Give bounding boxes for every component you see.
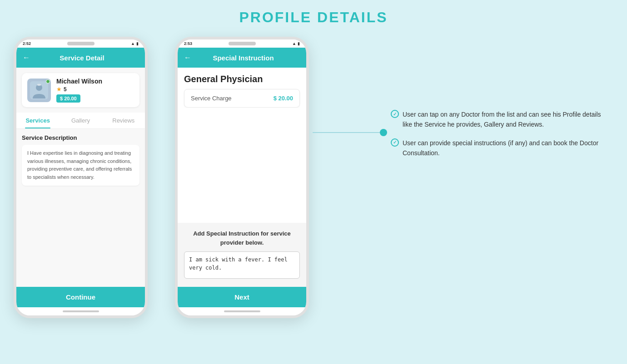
star-icon: ★ — [56, 86, 62, 93]
empty-content-area — [178, 108, 306, 223]
phone2-back-button[interactable]: ← — [184, 54, 191, 62]
notch-pill-2 — [229, 42, 256, 45]
doctor-rating: ★ 5 — [56, 86, 134, 93]
battery-icon: ▮ — [136, 41, 139, 46]
service-description-label: Service Description — [22, 134, 139, 141]
phone1-screen-title: Service Detail — [35, 54, 129, 62]
service-charge-amount: $ 20.00 — [274, 95, 293, 102]
check-icon-1 — [391, 110, 399, 118]
add-instruction-label: Add Special Instruction for service prov… — [184, 229, 300, 247]
phone2-bottom-bar — [178, 307, 306, 315]
service-charge-label: Service Charge — [191, 95, 232, 102]
tab-services[interactable]: Services — [16, 113, 59, 128]
phone1-time: 2:52 — [23, 41, 31, 46]
phone1-header: ← Service Detail — [16, 48, 145, 68]
phone1-bottom-bar — [16, 307, 145, 315]
phone1-back-button[interactable]: ← — [23, 54, 30, 62]
price-badge: $ 20.00 — [56, 94, 80, 103]
tabs-row: Services Gallery Reviews — [16, 113, 145, 129]
annotation-item-2: User can provide special instructions (i… — [391, 138, 609, 158]
phone2-content: General Physician Service Charge $ 20.00… — [178, 68, 306, 287]
doctor-type-title: General Physician — [178, 68, 306, 89]
doctor-avatar-wrapper — [27, 79, 51, 102]
continue-button[interactable]: Continue — [16, 287, 145, 307]
tab-gallery[interactable]: Gallery — [59, 113, 102, 128]
service-description-text: I Have expertise lies in diagnosing and … — [22, 145, 139, 186]
doctor-card: Michael Wilson ★ 5 $ 20.00 — [22, 73, 139, 107]
phone1-content: Michael Wilson ★ 5 $ 20.00 Services Gall… — [16, 68, 145, 287]
phone2-header: ← Special Instruction — [178, 48, 306, 68]
instruction-textarea[interactable] — [184, 251, 300, 279]
home-indicator-2 — [224, 310, 260, 312]
rating-value: 5 — [64, 86, 67, 93]
phone2-notch: 2:53 ▲ ▮ — [178, 39, 306, 48]
phone2-status-icons: ▲ ▮ — [292, 41, 300, 46]
svg-rect-2 — [37, 84, 41, 86]
connector-dot — [380, 129, 387, 136]
annotation-text-2: User can provide special instructions (i… — [403, 138, 609, 158]
wifi-icon: ▲ — [131, 41, 135, 46]
phone2-screen-title: Special Instruction — [196, 54, 291, 62]
online-indicator — [46, 79, 50, 84]
phone2-battery-icon: ▮ — [298, 41, 300, 46]
add-instruction-section: Add Special Instruction for service prov… — [178, 223, 306, 287]
check-icon-2 — [391, 138, 399, 147]
doctor-name: Michael Wilson — [56, 78, 134, 85]
doctor-info: Michael Wilson ★ 5 $ 20.00 — [56, 78, 134, 103]
phone1-status-icons: ▲ ▮ — [131, 41, 139, 46]
phone1-notch: 2:52 ▲ ▮ — [16, 39, 145, 48]
connector-line — [313, 132, 381, 133]
page-title: PROFILE DETAILS — [239, 9, 388, 26]
home-indicator — [63, 310, 99, 312]
phone2-wifi-icon: ▲ — [292, 41, 296, 46]
phone-1: 2:52 ▲ ▮ ← Service Detail — [14, 37, 148, 318]
tab-reviews[interactable]: Reviews — [102, 113, 145, 128]
notch-pill — [67, 42, 95, 45]
phone2-time: 2:53 — [184, 41, 192, 46]
annotation-item-1: User can tap on any Doctor from the list… — [391, 109, 609, 130]
phone-2: 2:53 ▲ ▮ ← Special Instruction General P… — [175, 37, 309, 318]
annotation-text-1: User can tap on any Doctor from the list… — [403, 109, 609, 130]
next-button[interactable]: Next — [178, 287, 306, 307]
service-charge-row: Service Charge $ 20.00 — [184, 89, 300, 108]
annotation-area: User can tap on any Doctor from the list… — [391, 109, 609, 167]
